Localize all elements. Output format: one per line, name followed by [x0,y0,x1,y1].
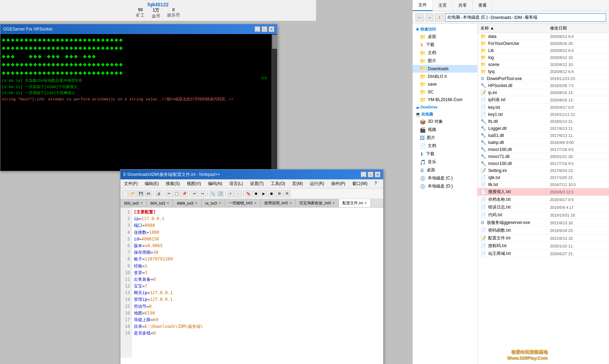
menu-lang[interactable]: 语言(L) [227,180,245,187]
table-row-selected[interactable]: 📄 搜搜假人.txt 2020/6/3 12:1 [478,188,609,196]
toolbar-open[interactable]: 📂 [130,190,137,197]
table-row[interactable]: 📄 存档名称.txt 2020/4/17 0:5 [478,196,609,204]
toolbar-cut[interactable]: ✂ [165,190,172,197]
sidebar-item-desk2[interactable]: 🖥 桌面 [413,166,477,174]
table-row[interactable]: 📁 data 2020/8/12 6:4 [478,33,609,40]
tab-re[interactable]: re_txt3 ✕ [202,199,225,207]
table-row[interactable]: 🔧 luahp.dll 2018/4/6 0:00 [478,139,609,146]
table-row[interactable]: 📄 错误日志.txt 2019/5/8 4:17 [478,204,609,211]
sidebar-item-video[interactable]: 🎬 视频 [413,126,477,134]
table-row[interactable]: 🔧 msvcr71.dll 2003/2/21 20: [478,153,609,160]
table-row[interactable]: 📄 密码函数.txt 2019/9/18 23: [478,227,609,234]
toolbar-new[interactable]: 📄 [122,190,129,197]
toolbar-paste[interactable]: 📌 [181,190,188,197]
toolbar-bookmark[interactable]: 🔖 [245,190,252,197]
back-button[interactable]: ← [415,13,424,22]
path-drive[interactable]: 本地磁盘 (E:) [463,14,488,20]
table-row[interactable]: 🔧 lua51.dll 2017/6/13 11: [478,132,609,139]
sidebar-item-docs[interactable]: 📁 文档 [413,49,477,57]
sidebar-item-desktop[interactable]: 📁 桌面 [413,33,477,41]
menu-run[interactable]: 运行(R) [308,180,326,187]
terminal-minimize-button[interactable]: _ [255,26,260,32]
table-row[interactable]: 📄 tlk.txt 2016/7/11 10:5 [478,181,609,188]
tab-604[interactable]: 604_txt3 ✕ [147,199,173,207]
address-path[interactable]: 此电脑 › 本地磁盘 (E:) › Downloads › IDM › 服务端 [445,13,606,22]
menu-settings[interactable]: 设置(T) [248,180,266,187]
sidebar-item-documents[interactable]: 📄 文档 [413,142,477,150]
notepad-close-button[interactable]: ✕ [375,172,380,177]
terminal-scrollthumb[interactable] [272,35,277,49]
toolbar-stop[interactable]: ⏹ [268,190,275,197]
tab-close[interactable]: ✕ [254,201,257,205]
tab-close[interactable]: ✕ [332,201,335,205]
table-row[interactable]: 🔧 lfs.dll 2018/5/13 21: [478,118,609,125]
sidebar-item-3d[interactable]: 📦 3D 对象 [413,118,477,126]
tab-readme[interactable]: 使用说明_txt3 ✕ [261,199,296,207]
sidebar-item-dl[interactable]: ⬇ 下载 [413,150,477,158]
table-row[interactable]: 🔧 msvcr100.dll 2017/7/18 9:5 [478,160,609,167]
sidebar-item-ym[interactable]: 📁 YM-BL20166.Com [413,96,477,104]
table-row[interactable]: 📝 Setting.ini 2017/6/24 23: [478,167,609,174]
notepad-maximize-button[interactable]: □ [368,172,373,177]
toolbar-zoomout[interactable]: - [235,190,242,197]
table-row[interactable]: 📝 ip.ini 2020/8/16 13: [478,89,609,96]
table-row[interactable]: 📄 代码.txt 2019/10/31 18: [478,211,609,219]
table-row[interactable]: ⚙ 放服务端ggeserver.exe 2021/6/13 16: [478,219,609,227]
menu-window[interactable]: 窗口(W) [350,180,369,187]
table-row[interactable]: 📁 Lib 2020/8/12 6:4 [478,47,609,54]
toolbar-copy[interactable]: 📋 [173,190,180,197]
toolbar-extra2[interactable]: H [283,190,290,197]
menu-encode[interactable]: 编码(N) [206,180,224,187]
toolbar-redo[interactable]: ↪ [199,190,206,197]
menu-search[interactable]: 搜索(S) [164,180,182,187]
col-date[interactable]: 修改日期 [550,25,606,31]
table-row[interactable]: 📄 key.txt 2020/4/17 0:0 [478,104,609,111]
table-row[interactable]: 📄 key1.txt 2019/11/11 22: [478,111,609,118]
menu-help[interactable]: ? [372,180,379,187]
tab-500[interactable]: 500_txt3 ✕ [120,199,147,207]
sidebar-item-save[interactable]: 📁 save [413,80,477,88]
toolbar-run[interactable]: ▶ [260,190,267,197]
tab-close[interactable]: ✕ [195,201,198,205]
toolbar-saveall[interactable]: 🗃 [145,190,152,197]
toolbar-macro[interactable]: ⏺ [253,190,260,197]
col-name[interactable]: 名称 ▲ [480,25,550,31]
table-row[interactable]: 🔧 HPSocket.dll 2016/5/26 7:5 [478,82,609,89]
up-button[interactable]: ↑ [435,13,444,22]
toolbar-undo[interactable]: ↩ [191,190,198,197]
table-row[interactable]: 🔧 Logger.dll 2017/6/13 11: [478,125,609,132]
table-row[interactable]: 📄 仙王商城.txt 2020/6/27 21: [478,250,609,258]
menu-macro[interactable]: 宏(M) [290,180,305,187]
notepad-editor[interactable]: [主要配置] ip=127.0.0.1 端口=8080 连接数=1000 id=… [132,207,383,358]
terminal-close-button[interactable]: ✕ [269,26,274,32]
menu-plugins[interactable]: 插件(P) [329,180,347,187]
table-row[interactable]: 📄 ip列表.txt 2020/8/16 13: [478,96,609,104]
tab-key[interactable]: 一些秘钥_txt3 ✕ [225,199,261,207]
menu-tools[interactable]: 工具(O) [269,180,287,187]
table-row[interactable]: 📁 scene 2020/8/12 10: [478,61,609,68]
notepad-minimize-button[interactable]: _ [361,172,366,177]
toolbar-replace[interactable]: 🔄 [217,190,224,197]
toolbar-find[interactable]: 🔍 [209,190,216,197]
tab-shop[interactable]: 完宝淘家收放_txt3 ✕ [296,199,339,207]
table-row[interactable]: 📁 tysj 2020/8/12 6:4 [478,68,609,75]
sidebar-item-downloads[interactable]: ⬇ 下载 [413,41,477,49]
sidebar-item-downloads2[interactable]: 📁 Downloads [413,65,477,73]
tab-close[interactable]: ✕ [289,201,292,205]
table-row[interactable]: 📁 ForYourOwnUse 2020/8/16 20: [478,40,609,47]
ribbon-tab-view[interactable]: 查看 [473,0,493,11]
table-row[interactable]: 📄 sjtk.txt 2017/10/5 22: [478,174,609,181]
table-row[interactable]: 📝 配置文件.ini 2021/6/13 16: [478,234,609,242]
forward-button[interactable]: → [425,13,434,22]
table-row[interactable]: ⚙ DoweiPortTool.exe 2019/11/23 23: [478,75,609,82]
path-pc[interactable]: 此电脑 [447,14,460,20]
toolbar-extra1[interactable]: ⚙ [276,190,283,197]
path-idm[interactable]: IDM [514,15,522,20]
sidebar-item-sc[interactable]: 📁 SC [413,88,477,96]
tab-ama[interactable]: AMA_txt3 ✕ [173,199,202,207]
ribbon-tab-share[interactable]: 共享 [453,0,473,11]
tab-config[interactable]: 配置文件.ini ✕ [339,199,371,207]
menu-edit[interactable]: 编辑(E) [143,180,161,187]
toolbar-save[interactable]: 💾 [137,190,144,197]
table-row[interactable]: 📁 log 2020/8/12 10: [478,54,609,61]
